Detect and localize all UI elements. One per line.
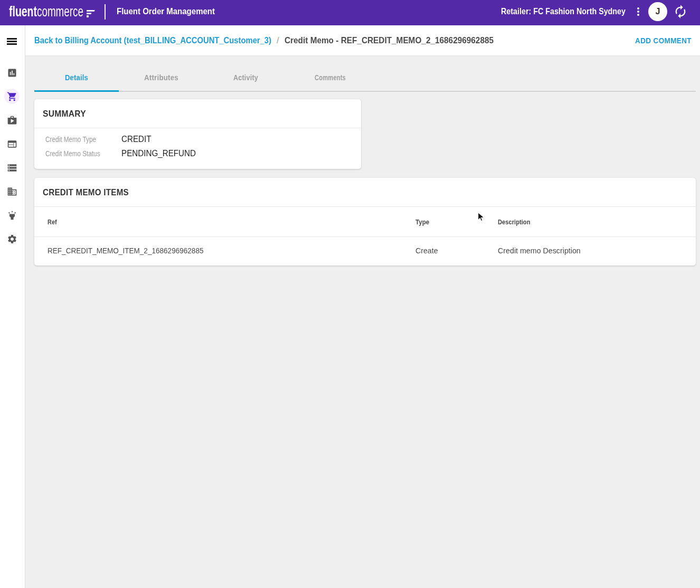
tab-label: Details <box>65 73 88 82</box>
summary-card-title: SUMMARY <box>43 109 86 119</box>
field-value: PENDING_REFUND <box>121 148 196 159</box>
sidebar-item-settings[interactable] <box>4 231 20 246</box>
table-row[interactable]: REF_CREDIT_MEMO_ITEM_2_1686296962885 Cre… <box>34 237 696 265</box>
column-header-ref: Ref <box>34 218 415 226</box>
topbar-divider <box>105 4 106 20</box>
tab-bar: DetailsAttributesActivityComments <box>34 56 696 92</box>
breadcrumb-back-link[interactable]: Back to Billing Account (test_BILLING_AC… <box>34 35 271 45</box>
kebab-icon <box>632 5 645 18</box>
tab-attributes[interactable]: Attributes <box>119 56 203 91</box>
column-header-type: Type <box>415 218 498 226</box>
tab-label: Attributes <box>144 73 178 82</box>
field-label: Credit Memo Status <box>45 149 121 158</box>
page-title: Credit Memo - REF_CREDIT_MEMO_2_16862969… <box>285 35 494 45</box>
tab-activity[interactable]: Activity <box>203 56 288 91</box>
page-header-bar: Back to Billing Account (test_BILLING_AC… <box>25 25 700 56</box>
items-card-title: CREDIT MEMO ITEMS <box>43 187 129 197</box>
summary-field-row: Credit Memo StatusPENDING_REFUND <box>45 146 350 160</box>
bar-chart-icon <box>7 68 17 78</box>
credit-memo-items-table: Ref Type Description REF_CREDIT_MEMO_ITE… <box>34 207 696 265</box>
avatar-initial: J <box>656 7 660 16</box>
cell-ref: REF_CREDIT_MEMO_ITEM_2_1686296962885 <box>34 246 415 255</box>
building-icon <box>7 186 17 197</box>
more-options-button[interactable] <box>632 5 645 18</box>
cell-type: Create <box>415 246 498 255</box>
credit-memo-items-card: CREDIT MEMO ITEMS Ref Type Description R… <box>34 178 696 265</box>
breadcrumb-separator: / <box>277 35 279 45</box>
tab-label: Activity <box>233 73 258 82</box>
items-card-header: CREDIT MEMO ITEMS <box>34 178 696 207</box>
tab-label: Comments <box>315 73 346 82</box>
refresh-icon <box>673 4 688 19</box>
sidebar-item-inventory[interactable] <box>4 160 20 175</box>
fluent-commerce-logo[interactable]: fluentcommerce <box>9 4 95 20</box>
browser-window-icon <box>7 139 17 149</box>
shopping-cart-icon <box>7 91 17 102</box>
sidebar-item-highlight[interactable] <box>4 207 20 223</box>
main-content: DetailsAttributesActivityComments SUMMAR… <box>25 56 700 588</box>
fluent-logo-mark-icon <box>87 10 95 18</box>
top-app-bar: fluentcommerce Fluent Order Management R… <box>0 0 700 25</box>
app-title: Fluent Order Management <box>117 6 215 17</box>
tab-comments[interactable]: Comments <box>288 56 372 91</box>
field-label: Credit Memo Type <box>45 135 121 144</box>
sidebar-item-locations[interactable] <box>4 184 20 199</box>
sidebar-item-orders[interactable] <box>4 89 20 104</box>
retailer-label: Retailer: FC Fashion North Sydney <box>501 6 626 17</box>
field-value: CREDIT <box>121 134 152 145</box>
menu-toggle-button[interactable] <box>7 38 17 46</box>
sidebar-item-analytics[interactable] <box>4 65 20 80</box>
gear-icon <box>7 234 17 244</box>
add-comment-button[interactable]: ADD COMMENT <box>635 36 692 45</box>
left-nav-sidebar <box>0 25 25 588</box>
column-header-description: Description <box>498 218 696 226</box>
torch-icon <box>7 210 17 221</box>
sidebar-item-web[interactable] <box>4 136 20 151</box>
shop-icon <box>7 115 17 126</box>
summary-card-header: SUMMARY <box>34 99 361 128</box>
cell-description: Credit memo Description <box>498 246 696 255</box>
summary-card: SUMMARY Credit Memo TypeCREDITCredit Mem… <box>34 99 361 169</box>
storage-list-icon <box>7 163 17 173</box>
table-header-row: Ref Type Description <box>34 207 696 237</box>
user-avatar[interactable]: J <box>648 2 667 21</box>
refresh-button[interactable] <box>673 4 688 19</box>
breadcrumb: Back to Billing Account (test_BILLING_AC… <box>34 35 494 45</box>
tab-details[interactable]: Details <box>34 56 119 91</box>
logo-text-commerce: commerce <box>37 4 83 20</box>
summary-field-row: Credit Memo TypeCREDIT <box>45 132 350 146</box>
logo-text-fluent: fluent <box>9 4 37 20</box>
sidebar-item-store[interactable] <box>4 112 20 128</box>
